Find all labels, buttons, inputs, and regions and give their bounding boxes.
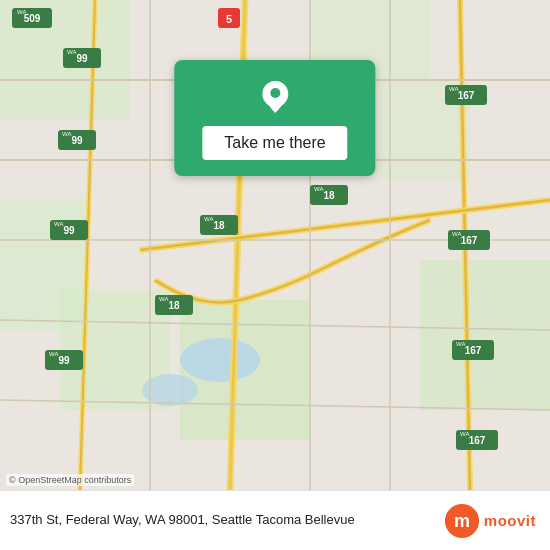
svg-text:WA: WA	[159, 296, 168, 302]
svg-text:167: 167	[461, 235, 478, 246]
svg-text:WA: WA	[62, 131, 71, 137]
svg-rect-7	[420, 260, 550, 410]
svg-text:WA: WA	[49, 351, 58, 357]
svg-text:WA: WA	[67, 49, 76, 55]
svg-text:99: 99	[71, 135, 83, 146]
address-text: 337th St, Federal Way, WA 98001, Seattle…	[10, 511, 355, 529]
svg-text:WA: WA	[452, 231, 461, 237]
svg-text:m: m	[454, 511, 470, 531]
svg-text:167: 167	[469, 435, 486, 446]
svg-text:WA: WA	[449, 86, 458, 92]
svg-text:99: 99	[58, 355, 70, 366]
moovit-logo: m moovit	[444, 503, 536, 539]
svg-text:WA: WA	[456, 341, 465, 347]
bottom-bar: 337th St, Federal Way, WA 98001, Seattle…	[0, 490, 550, 550]
svg-point-8	[180, 338, 260, 382]
svg-text:18: 18	[323, 190, 335, 201]
svg-text:WA: WA	[54, 221, 63, 227]
map-view: 509 WA 5 99 WA 99 WA 99 WA 99 WA 18 WA 1…	[0, 0, 550, 490]
svg-text:167: 167	[458, 90, 475, 101]
location-pin-icon	[256, 78, 294, 116]
svg-text:WA: WA	[460, 431, 469, 437]
svg-text:18: 18	[213, 220, 225, 231]
svg-text:99: 99	[76, 53, 88, 64]
osm-attribution: © OpenStreetMap contributors	[6, 474, 134, 486]
moovit-text: moovit	[484, 512, 536, 529]
svg-text:167: 167	[465, 345, 482, 356]
svg-text:5: 5	[226, 13, 232, 25]
svg-text:WA: WA	[17, 9, 26, 15]
svg-text:WA: WA	[314, 186, 323, 192]
svg-text:18: 18	[168, 300, 180, 311]
svg-point-66	[270, 88, 280, 98]
svg-text:99: 99	[63, 225, 75, 236]
svg-text:WA: WA	[204, 216, 213, 222]
moovit-logo-icon: m	[444, 503, 480, 539]
location-card: Take me there	[174, 60, 375, 176]
take-me-there-button[interactable]: Take me there	[202, 126, 347, 160]
